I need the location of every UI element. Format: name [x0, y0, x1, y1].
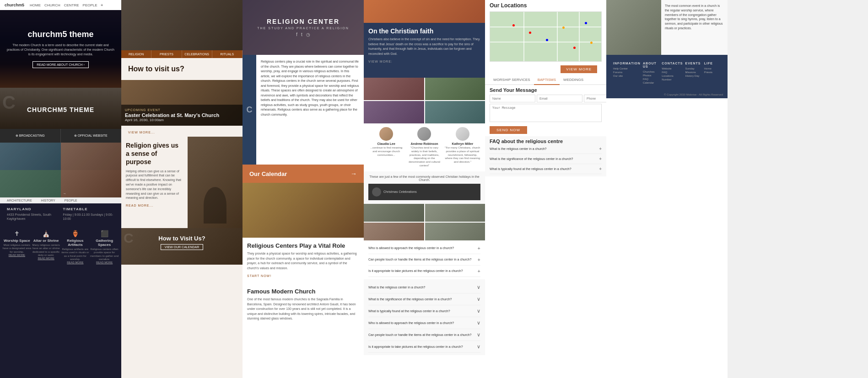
gathering-read-more[interactable]: READ MORE [90, 261, 119, 264]
faq-expand-icon-1: + [478, 245, 480, 251]
faq-q-text-2: Can people touch or handle the items at … [368, 258, 478, 261]
religion-title: Religion gives us a sense of purpose [126, 141, 183, 166]
footer-item-photos[interactable]: Photos [643, 74, 659, 77]
nav-church[interactable]: CHURCH [44, 3, 60, 7]
twitter-icon[interactable]: t [301, 32, 302, 37]
altar-item: ⛪ Altar or Shrine Many religious centers… [32, 230, 61, 264]
footer-top-image [606, 0, 661, 55]
tab-rituals[interactable]: RITUALS [212, 50, 243, 58]
footer-item-calendar[interactable]: Calendar [643, 81, 659, 84]
footer-item-faq[interactable]: FAQ [643, 78, 659, 80]
faq-bottom-item-2[interactable]: What is the significance of the religiou… [490, 154, 602, 164]
top-section: The most common event in a church is the… [606, 0, 728, 55]
faq-collapse-icon-4: ∨ [477, 284, 480, 290]
faq-q-4[interactable]: What is the religious center in a church… [368, 282, 480, 293]
broadcasting-button[interactable]: ⊕ BROADCASTING [0, 129, 61, 143]
footer-item-help[interactable]: Help Center [613, 67, 641, 70]
footer-col-life: Life Home Priests [704, 62, 721, 84]
footer-item-missions[interactable]: Missions [685, 71, 702, 74]
timetable-col: TIMETABLE Friday | 9:00-11:00 Sundays | … [63, 207, 115, 221]
testimonial-avatar-3 [456, 127, 469, 141]
history-link[interactable]: HISTORY [41, 199, 55, 202]
footer-item-sunday[interactable]: Sunday [685, 67, 702, 70]
nav-people[interactable]: PEOPLE [83, 3, 97, 7]
nav-menu[interactable]: ≡ [101, 3, 103, 7]
official-website-button[interactable]: ⊕ OFFICIAL WEBSITE [61, 129, 122, 143]
faq-q-7[interactable]: Who is allowed to approach the religious… [368, 317, 480, 329]
footer-item-churches[interactable]: Churches [643, 70, 659, 73]
calendar-title: Our Calendar [249, 170, 287, 177]
email-input[interactable] [537, 95, 582, 102]
famous-section: Famous Modern Church One of the most fam… [243, 283, 364, 326]
footer-item-home[interactable]: Home [704, 67, 721, 70]
content-right: Religious centers play a crucial role in… [256, 55, 364, 165]
architecture-link[interactable]: ARCHITECTURE [7, 199, 32, 202]
faq-q-text-7: Who is allowed to approach the religious… [368, 321, 477, 325]
tab-baptisms[interactable]: BAPTISMS [534, 75, 560, 85]
faq-collapse-icon-9: ∨ [477, 344, 480, 350]
people-link[interactable]: PEOPLE [65, 199, 77, 202]
faq-bottom-item-1[interactable]: What is the religious center in a church… [490, 144, 602, 154]
testimonial-avatar-2 [417, 127, 431, 141]
footer-item-faq2[interactable]: FAQ [662, 71, 683, 74]
faq-q-9[interactable]: Is it appropriate to take pictures at th… [368, 341, 480, 353]
footer-item-priests[interactable]: Priests [704, 71, 721, 74]
phone-input[interactable] [584, 95, 606, 102]
how-title: How to visit us? [128, 65, 236, 73]
artifacts-read-more[interactable]: READ MORE [61, 261, 90, 264]
testimonial-text-2: "Churches tend to vary widely in their b… [406, 146, 442, 168]
map-pin-1 [512, 24, 515, 27]
gathering-icon: ⬛ [90, 230, 119, 237]
faq-q-2[interactable]: Can people touch or handle the items at … [368, 254, 480, 266]
faith-view-more[interactable]: VIEW MORE: [368, 60, 393, 63]
nav-centre[interactable]: CENTRE [64, 3, 79, 7]
worship-read-more[interactable]: READ MORE [2, 254, 32, 256]
content-left-bar: C [243, 55, 256, 165]
start-now-button[interactable]: START NOW! [247, 274, 271, 277]
faith-section: On the Christian faith Christians also b… [364, 23, 485, 78]
broadcast-bar: ⊕ BROADCASTING ⊕ OFFICIAL WEBSITE [0, 129, 121, 143]
facebook-icon[interactable]: f [296, 32, 297, 37]
event-date: April 16, 2030, 10:00am [125, 118, 239, 122]
hero-read-more-button[interactable]: READ MORE ABOUT CHURCH › [32, 61, 89, 68]
photo-cell-2 [425, 78, 485, 100]
footer-item-site[interactable]: Our site [613, 75, 641, 77]
view-more-button[interactable]: VIEW MORE [561, 65, 597, 73]
holidays-section: These are just a few of the most commonl… [364, 171, 485, 204]
faq-q-6[interactable]: What is typically found at the religious… [368, 305, 480, 317]
footer-item-website[interactable]: Website [662, 67, 683, 70]
tab-celebrations[interactable]: CELEBRATIONS [182, 50, 212, 58]
send-now-button[interactable]: SEND NOW [490, 126, 527, 134]
tab-priests[interactable]: PRIESTS [151, 50, 182, 58]
faq-q-8[interactable]: Can people touch or handle the items at … [368, 329, 480, 341]
faq-section-top: Who is allowed to approach the religious… [364, 240, 485, 279]
faq-q-3[interactable]: Is it appropriate to take pictures at th… [368, 266, 480, 277]
footer-item-history-day[interactable]: History Day [685, 75, 702, 77]
testimonial-3: Kathryn Miller "For many Christians, chu… [445, 127, 480, 168]
nav-home[interactable]: HOME [30, 3, 41, 7]
footer-item-number[interactable]: Number [662, 78, 683, 81]
faq-bottom-item-3[interactable]: What is typically found at the religious… [490, 164, 602, 174]
map-road-4 [557, 12, 558, 61]
footer-title: How to Visit Us? [128, 235, 236, 242]
tab-worship-services[interactable]: WORSHIP SERVICES [490, 75, 534, 85]
faq-q-5[interactable]: What is the significance of the religiou… [368, 293, 480, 305]
name-input[interactable] [490, 95, 535, 102]
altar-read-more[interactable]: READ MORE [32, 257, 61, 260]
message-textarea[interactable] [490, 104, 602, 122]
footer-item-forums[interactable]: Forums [613, 71, 641, 74]
footer-col-information: INFORMATION Help Center Forums Our site [613, 62, 641, 84]
view-calendar-button[interactable]: VIEW OUR CALENDAR [161, 244, 203, 250]
footer-item-locations[interactable]: Locations [662, 75, 683, 77]
faq-q-1[interactable]: Who is allowed to approach the religious… [368, 243, 480, 254]
religion-desc: Helping others can give us a sense of pu… [126, 169, 183, 201]
religion-text: Religion gives us a sense of purpose Hel… [121, 137, 188, 228]
tab-weddings[interactable]: WEDDINGS [560, 75, 587, 85]
tab-religion[interactable]: RELIGION [121, 50, 151, 58]
instagram-icon[interactable]: ◷ [306, 32, 310, 37]
event-overlay: UPCOMING EVENT Easter Celebration at St.… [121, 105, 243, 126]
religion-read-more[interactable]: READ MORE... [126, 204, 153, 207]
calendar-bar[interactable]: Our Calendar → [243, 165, 364, 183]
faq-q-text-5: What is the significance of the religiou… [368, 298, 477, 301]
event-view-more-link[interactable]: VIEW MORE... [128, 131, 155, 134]
